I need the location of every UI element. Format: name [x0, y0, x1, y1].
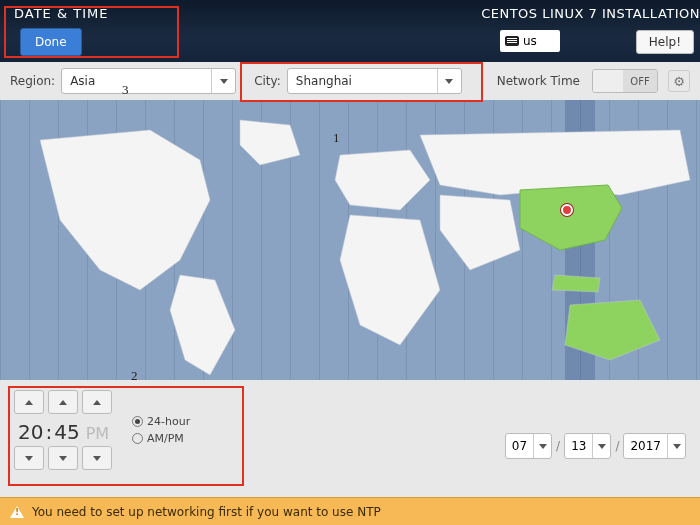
warning-text: You need to set up networking first if y… — [32, 505, 381, 519]
hour-up-button[interactable] — [14, 390, 44, 414]
ampm-down-button[interactable] — [82, 446, 112, 470]
format-24h-label: 24-hour — [147, 415, 190, 428]
region-value: Asia — [62, 74, 211, 88]
network-time-label: Network Time — [497, 74, 580, 88]
selector-row: Region: Asia City: Shanghai Network Time… — [0, 62, 700, 100]
day-value: 13 — [565, 439, 592, 453]
region-label: Region: — [10, 74, 55, 88]
chevron-down-icon — [539, 444, 547, 449]
time-display: 20:45 PM — [16, 420, 111, 444]
city-pin — [561, 204, 573, 216]
warning-icon — [10, 506, 24, 518]
year-value: 2017 — [624, 439, 667, 453]
chevron-up-icon — [59, 400, 67, 405]
time-format-group: 24-hour AM/PM — [132, 415, 190, 445]
format-24h-radio[interactable]: 24-hour — [132, 415, 190, 428]
radio-dot-icon — [135, 419, 140, 424]
ampm-up-button[interactable] — [82, 390, 112, 414]
keyboard-layout-text: us — [523, 34, 537, 48]
chevron-down-icon — [93, 456, 101, 461]
format-ampm-radio[interactable]: AM/PM — [132, 432, 190, 445]
switch-on-side — [593, 70, 623, 92]
done-button[interactable]: Done — [20, 28, 82, 56]
ntp-settings-button[interactable]: ⚙ — [668, 70, 690, 92]
time-minutes: 45 — [54, 420, 79, 444]
chevron-down-icon — [220, 79, 228, 84]
date-picker: 07 / 13 / 2017 — [505, 433, 686, 459]
annotation-3: 3 — [122, 82, 129, 98]
month-combo[interactable]: 07 — [505, 433, 552, 459]
world-map-svg — [0, 100, 700, 380]
gear-icon: ⚙ — [673, 74, 685, 89]
date-sep: / — [615, 439, 619, 453]
chevron-up-icon — [25, 400, 33, 405]
time-date-panel: 20:45 PM 24-hour AM/PM 07 / 13 / 2017 — [0, 380, 700, 485]
city-combo[interactable]: Shanghai — [287, 68, 462, 94]
installer-title: CENTOS LINUX 7 INSTALLATION — [481, 6, 700, 21]
keyboard-icon — [505, 36, 519, 46]
time-hours: 20 — [18, 420, 43, 444]
timezone-map[interactable]: 1 — [0, 100, 700, 380]
chevron-up-icon — [93, 400, 101, 405]
day-combo[interactable]: 13 — [564, 433, 611, 459]
network-time-switch[interactable]: OFF — [592, 69, 658, 93]
keyboard-layout-indicator[interactable]: us — [500, 30, 560, 52]
city-label: City: — [254, 74, 281, 88]
warning-bar: You need to set up networking first if y… — [0, 497, 700, 525]
annotation-1: 1 — [333, 130, 340, 146]
date-sep: / — [556, 439, 560, 453]
month-value: 07 — [506, 439, 533, 453]
header-bar: DATE & TIME Done CENTOS LINUX 7 INSTALLA… — [0, 0, 700, 62]
hour-down-button[interactable] — [14, 446, 44, 470]
chevron-down-icon — [59, 456, 67, 461]
region-dropdown-button[interactable] — [211, 69, 235, 93]
minute-up-button[interactable] — [48, 390, 78, 414]
chevron-down-icon — [25, 456, 33, 461]
format-ampm-label: AM/PM — [147, 432, 184, 445]
city-value: Shanghai — [288, 74, 437, 88]
year-combo[interactable]: 2017 — [623, 433, 686, 459]
region-combo[interactable]: Asia — [61, 68, 236, 94]
switch-off-side: OFF — [623, 70, 657, 92]
city-dropdown-button[interactable] — [437, 69, 461, 93]
chevron-down-icon — [445, 79, 453, 84]
help-button[interactable]: Help! — [636, 30, 694, 54]
time-ampm: PM — [86, 424, 109, 443]
chevron-down-icon — [673, 444, 681, 449]
chevron-down-icon — [598, 444, 606, 449]
minute-down-button[interactable] — [48, 446, 78, 470]
